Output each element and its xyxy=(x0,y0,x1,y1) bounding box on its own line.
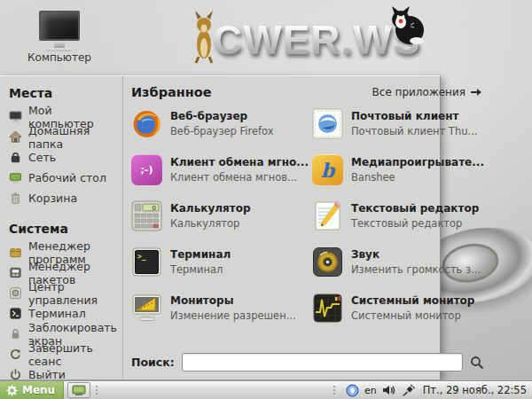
show-desktop-icon xyxy=(72,385,86,396)
tray-drag-handle[interactable] xyxy=(332,384,338,396)
trash-icon xyxy=(9,192,22,205)
sidebar-item-label: Сеть xyxy=(28,151,56,164)
arrow-right-icon xyxy=(470,88,482,97)
sidebar-item-label: Центр управления xyxy=(28,280,117,307)
my-computer-icon xyxy=(9,110,22,123)
app-item-instant-messenger[interactable]: ;-) Клиент обмена мгно... Клиент обмена … xyxy=(131,154,309,185)
app-subtitle: Терминал xyxy=(170,263,231,276)
terminal-icon xyxy=(9,307,22,320)
taskbar: Menu en xyxy=(0,380,532,399)
network-connection-icon[interactable] xyxy=(402,384,415,397)
home-folder-icon xyxy=(9,130,22,144)
sound-icon xyxy=(312,246,343,278)
keyboard-layout-indicator[interactable]: en xyxy=(364,385,377,396)
menu-button[interactable]: Menu xyxy=(0,381,64,399)
monitors-icon xyxy=(131,293,162,324)
app-item-mail-client[interactable]: Почтовый клиент Почтовый клиент Thu... xyxy=(312,108,484,139)
sidebar-item-home-folder[interactable]: Домашняя папка xyxy=(9,127,117,147)
gear-icon xyxy=(6,385,18,396)
app-title: Клиент обмена мгно... xyxy=(170,156,309,168)
app-subtitle: Изменить громкость з... xyxy=(351,263,481,276)
app-title: Калькулятор xyxy=(170,202,251,215)
svg-text:>_: >_ xyxy=(137,253,146,261)
app-title: Системный монитор xyxy=(351,294,475,307)
search-input[interactable] xyxy=(182,353,463,372)
sidebar-item-label: Корзина xyxy=(28,192,77,205)
desktop: Компьютер CWER.WS Места xyxy=(0,0,532,399)
app-item-monitors[interactable]: Мониторы Изменение разрешен... xyxy=(131,293,309,324)
app-subtitle: Клиент обмена мгнов... xyxy=(170,171,309,184)
favorites-panel: Избранное Все приложения В xyxy=(123,76,493,379)
sidebar-item-label: Домашняя папка xyxy=(28,124,117,151)
software-manager-icon xyxy=(9,246,22,259)
search-icon[interactable] xyxy=(470,356,484,370)
desktop-icon xyxy=(9,171,22,184)
app-item-sound[interactable]: Звук Изменить громкость з... xyxy=(312,246,484,278)
favorites-header: Избранное xyxy=(131,85,212,99)
sidebar-item-logout[interactable]: Завершить сеанс xyxy=(9,344,117,364)
network-icon xyxy=(9,151,22,164)
sidebar-item-label: Рабочий стол xyxy=(28,171,106,184)
computer-desktop-icon[interactable]: Компьютер xyxy=(25,11,94,64)
app-subtitle: Banshee xyxy=(351,171,484,184)
app-subtitle: Почтовый клиент Thu... xyxy=(351,125,478,137)
cat-icon xyxy=(387,5,426,46)
app-title: Текстовый редактор xyxy=(351,202,479,215)
app-title: Медиапроигрывате... xyxy=(351,156,484,168)
firefox-icon xyxy=(131,108,162,139)
app-title: Почтовый клиент xyxy=(351,110,478,122)
sidebar-item-trash[interactable]: Корзина xyxy=(9,188,117,208)
panel-drag-handle[interactable] xyxy=(93,384,99,396)
show-desktop-button[interactable] xyxy=(67,382,90,398)
app-title: Веб-браузер xyxy=(170,110,274,122)
all-applications-label: Все приложения xyxy=(372,86,466,98)
power-icon xyxy=(9,368,22,381)
volume-icon[interactable] xyxy=(382,384,396,396)
app-subtitle: Системный монитор xyxy=(351,309,475,322)
app-title: Звук xyxy=(351,248,481,261)
banshee-icon: b xyxy=(312,154,343,185)
app-subtitle: Текстовый редактор xyxy=(351,217,479,230)
search-bar: Поиск: xyxy=(131,353,484,372)
logout-icon xyxy=(9,348,22,361)
app-item-system-monitor[interactable]: Системный монитор Системный монитор xyxy=(312,293,484,324)
package-manager-icon xyxy=(9,266,22,279)
system-header: Система xyxy=(9,222,117,236)
app-item-calculator[interactable]: 0 Калькулятор Калькулятор xyxy=(131,200,309,231)
text-editor-icon xyxy=(312,200,343,231)
system-tray: en Пт., 29 нояб., 22:55 xyxy=(329,384,532,397)
places-header: Места xyxy=(9,86,117,100)
clock[interactable]: Пт., 29 нояб., 22:55 xyxy=(420,384,527,396)
system-monitor-icon xyxy=(312,293,343,324)
menu-sidebar: Места Мой компьютер Домашняя папка Сеть … xyxy=(0,76,123,379)
lock-screen-icon xyxy=(9,327,22,340)
all-applications-button[interactable]: Все приложения xyxy=(372,86,482,98)
favorites-grid: Веб-браузер Веб-браузер Firefox Почтовый… xyxy=(131,108,484,324)
update-manager-icon[interactable] xyxy=(346,384,359,397)
control-center-icon xyxy=(9,286,22,300)
app-item-media-player[interactable]: b Медиапроигрывате... Banshee xyxy=(312,154,484,185)
terminal-icon: >_ xyxy=(131,246,162,278)
wallpaper-logo: CWER.WS xyxy=(188,4,426,69)
main-menu-panel: Места Мой компьютер Домашняя папка Сеть … xyxy=(0,75,441,380)
app-item-web-browser[interactable]: Веб-браузер Веб-браузер Firefox xyxy=(131,108,309,139)
sidebar-item-label: Завершить сеанс xyxy=(28,341,117,368)
app-subtitle: Изменение разрешен... xyxy=(170,309,296,322)
app-item-terminal[interactable]: >_ Терминал Терминал xyxy=(131,246,309,278)
app-subtitle: Веб-браузер Firefox xyxy=(170,125,274,137)
app-item-text-editor[interactable]: Текстовый редактор Текстовый редактор xyxy=(312,200,484,231)
thunderbird-icon xyxy=(312,108,343,139)
sidebar-item-control-center[interactable]: Центр управления xyxy=(9,283,117,303)
sidebar-item-label: Выйти xyxy=(28,368,66,381)
computer-icon-label: Компьютер xyxy=(25,51,94,64)
app-title: Терминал xyxy=(170,248,231,261)
app-title: Мониторы xyxy=(170,294,296,307)
calculator-icon: 0 xyxy=(131,200,162,231)
app-subtitle: Калькулятор xyxy=(170,217,251,230)
monitor-icon xyxy=(39,11,80,41)
sidebar-item-label: Терминал xyxy=(28,307,86,320)
sidebar-item-desktop[interactable]: Рабочий стол xyxy=(9,168,117,188)
menu-button-label: Menu xyxy=(22,384,55,396)
svg-text:0: 0 xyxy=(152,205,155,212)
search-label: Поиск: xyxy=(131,356,175,369)
